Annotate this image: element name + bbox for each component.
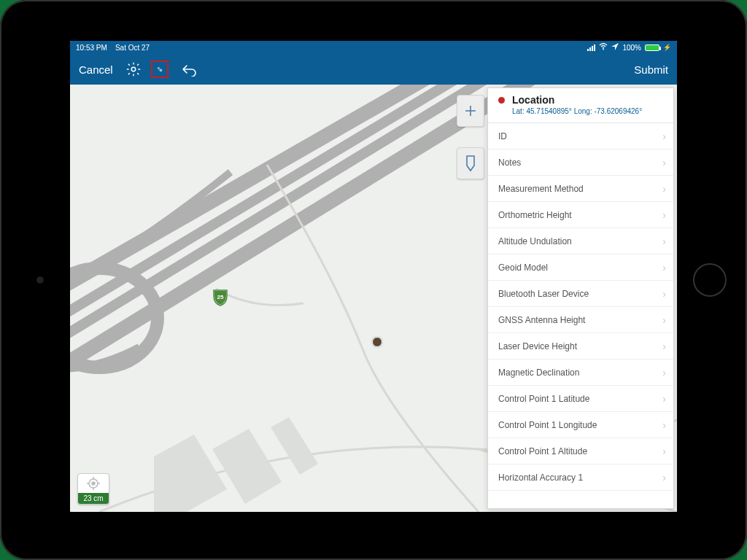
status-bar: 10:53 PM Sat Oct 27 100% ⚡ xyxy=(70,41,677,54)
add-point-button[interactable] xyxy=(457,95,484,127)
field-row[interactable]: Control Point 1 Latitude› xyxy=(488,386,673,412)
chevron-right-icon: › xyxy=(662,393,666,405)
battery-text: 100% xyxy=(622,44,641,52)
field-label: Geoid Model xyxy=(498,262,548,273)
field-label: Orthometric Height xyxy=(498,210,572,220)
home-button[interactable] xyxy=(693,263,727,297)
location-arrow-icon xyxy=(611,43,619,52)
date-text: Sat Oct 27 xyxy=(115,44,150,52)
chevron-right-icon: › xyxy=(662,131,666,142)
svg-point-3 xyxy=(158,68,159,69)
field-row[interactable]: Notes› xyxy=(488,149,673,176)
screen: 10:53 PM Sat Oct 27 100% ⚡ Cancel xyxy=(70,41,677,512)
field-row[interactable]: Bluetooth Laser Device› xyxy=(488,281,673,307)
svg-text:25: 25 xyxy=(217,294,224,300)
chevron-right-icon: › xyxy=(662,262,666,273)
battery-icon xyxy=(645,44,659,51)
chevron-right-icon: › xyxy=(662,419,666,431)
chevron-right-icon: › xyxy=(662,209,666,221)
submit-button[interactable]: Submit xyxy=(634,63,668,76)
field-label: GNSS Antenna Height xyxy=(498,315,585,325)
target-icon xyxy=(78,474,109,493)
svg-point-13 xyxy=(92,482,95,485)
nav-bar: Cancel xyxy=(70,54,677,85)
field-label: Control Point 1 Altitude xyxy=(498,446,587,456)
field-label: Magnetic Declination xyxy=(498,368,579,378)
status-time: 10:53 PM Sat Oct 27 xyxy=(76,44,150,52)
clock-text: 10:53 PM xyxy=(76,44,107,52)
offset-tool-icon[interactable] xyxy=(151,61,169,78)
field-row[interactable]: Altitude Undulation› xyxy=(488,228,673,254)
chevron-right-icon: › xyxy=(662,314,666,326)
accuracy-value: 23 cm xyxy=(78,493,109,504)
field-row[interactable]: Control Point 1 Altitude› xyxy=(488,438,673,464)
status-right: 100% ⚡ xyxy=(587,43,671,52)
field-row[interactable]: Geoid Model› xyxy=(488,254,673,281)
field-row[interactable]: Laser Device Height› xyxy=(488,333,673,359)
field-row[interactable]: Control Point 1 Longitude› xyxy=(488,412,673,438)
field-label: Altitude Undulation xyxy=(498,236,572,246)
chevron-right-icon: › xyxy=(662,183,666,195)
gear-icon[interactable] xyxy=(125,61,142,78)
chevron-right-icon: › xyxy=(662,472,666,483)
chevron-right-icon: › xyxy=(662,341,666,352)
route-shield-icon: 25 xyxy=(212,289,228,306)
field-label: Control Point 1 Longitude xyxy=(498,420,597,430)
charging-icon: ⚡ xyxy=(663,44,671,51)
panel-header[interactable]: Location Lat: 45.71540895° Long: -73.620… xyxy=(488,88,673,123)
camera-icon xyxy=(36,276,44,284)
field-label: Horizontal Accuracy 1 xyxy=(498,472,583,483)
chevron-right-icon: › xyxy=(662,288,666,300)
panel-coords: Lat: 45.71540895° Long: -73.62069426° xyxy=(512,107,642,115)
field-label: Notes xyxy=(498,158,521,168)
content-area: 25 23 c xyxy=(70,85,677,512)
undo-icon[interactable] xyxy=(180,61,198,78)
field-row[interactable]: Measurement Method› xyxy=(488,176,673,202)
field-row[interactable]: Orthometric Height› xyxy=(488,202,673,228)
field-row[interactable]: GNSS Antenna Height› xyxy=(488,307,673,333)
chevron-right-icon: › xyxy=(662,367,666,378)
cancel-button[interactable]: Cancel xyxy=(79,63,113,76)
wifi-icon xyxy=(599,43,608,52)
svg-point-0 xyxy=(603,49,605,50)
field-list[interactable]: ID›Notes›Measurement Method›Orthometric … xyxy=(488,123,673,508)
field-label: ID xyxy=(498,131,507,141)
svg-point-1 xyxy=(131,67,136,71)
chevron-right-icon: › xyxy=(662,157,666,168)
ipad-frame: 10:53 PM Sat Oct 27 100% ⚡ Cancel xyxy=(0,0,747,560)
map-tools xyxy=(457,95,484,179)
panel-title: Location xyxy=(512,94,642,106)
field-label: Control Point 1 Latitude xyxy=(498,394,589,404)
location-symbol-icon xyxy=(498,97,505,104)
field-row[interactable]: Horizontal Accuracy 1› xyxy=(488,464,673,491)
field-label: Measurement Method xyxy=(498,184,584,194)
stream-button[interactable] xyxy=(457,147,484,179)
chevron-right-icon: › xyxy=(662,446,666,457)
survey-point-icon[interactable] xyxy=(372,337,382,347)
chevron-right-icon: › xyxy=(662,236,666,247)
signal-icon xyxy=(587,44,595,51)
field-row[interactable]: ID› xyxy=(488,123,673,149)
accuracy-badge[interactable]: 23 cm xyxy=(77,473,109,505)
attribute-panel: Location Lat: 45.71540895° Long: -73.620… xyxy=(487,88,674,509)
field-label: Bluetooth Laser Device xyxy=(498,289,589,299)
field-row[interactable]: Magnetic Declination› xyxy=(488,359,673,386)
field-label: Laser Device Height xyxy=(498,341,577,351)
